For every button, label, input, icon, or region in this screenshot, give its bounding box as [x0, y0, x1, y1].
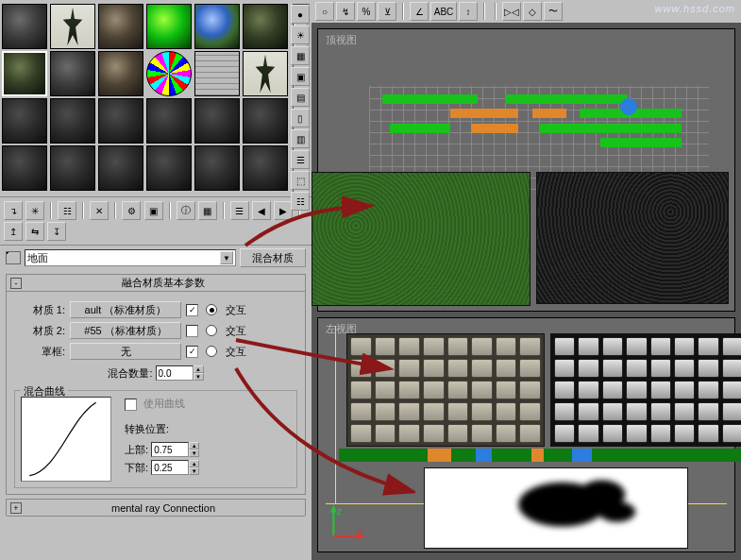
go-child-button[interactable]: ↧ [47, 222, 66, 241]
select-tool-icon[interactable]: ○ [315, 2, 334, 21]
collapse-icon[interactable]: - [10, 278, 22, 289]
mat1-enable-checkbox[interactable]: ✓ [186, 304, 198, 316]
material-swatch[interactable] [146, 51, 192, 96]
scene-strip [339, 449, 741, 462]
rollout-mentalray: + mental ray Connection [6, 499, 306, 516]
assign-material-button[interactable]: ✳ [25, 201, 44, 220]
material-name-value: 地面 [27, 251, 48, 265]
sample-sphere-icon[interactable]: ● [291, 5, 310, 24]
spinner-down[interactable]: ▼ [189, 467, 199, 475]
put-library-button[interactable]: ▣ [144, 201, 163, 220]
spinner-snap-icon[interactable]: ↕ [459, 2, 478, 21]
mix-curve-group: 混合曲线 使用曲线 转换位置: 上部: ▲▼ 下部: ▲▼ [14, 390, 297, 488]
material-swatch[interactable] [2, 145, 47, 191]
go-parent-button[interactable]: ↥ [4, 222, 23, 241]
mix-amount-input[interactable] [156, 365, 194, 381]
material-name-combo[interactable]: 地面 ▼ [25, 249, 236, 266]
mask-slot-button[interactable]: 无 [70, 343, 181, 360]
mat2-slot-button[interactable]: #55 （标准材质） [70, 322, 181, 339]
put-scene-button[interactable]: ☷ [58, 201, 76, 220]
sample-select-icon[interactable]: ⬚ [291, 171, 310, 190]
material-swatch-area [0, 0, 312, 195]
material-swatch[interactable] [50, 145, 95, 191]
material-swatch[interactable] [243, 4, 288, 49]
sample-backlight-icon[interactable]: ☀ [291, 25, 310, 44]
mat1-slot-button[interactable]: ault （标准材质） [70, 301, 181, 318]
angle-snap-icon[interactable]: ∠ [410, 2, 429, 21]
material-swatch[interactable] [2, 98, 47, 144]
material-swatch[interactable] [194, 4, 240, 49]
material-swatch-selected[interactable] [2, 51, 47, 96]
material-swatch[interactable] [2, 4, 47, 49]
nav-prev-button[interactable]: ◀ [252, 201, 271, 220]
mask-interactive-radio[interactable] [206, 346, 217, 357]
mix-amount-label: 混合数量: [108, 367, 152, 379]
material-swatch[interactable] [243, 51, 288, 96]
material-swatch[interactable] [98, 145, 143, 191]
material-swatch[interactable] [98, 4, 143, 49]
mat1-label: 材质 1: [14, 303, 65, 317]
material-effect-button[interactable]: ⓘ [177, 201, 195, 220]
spinner-down[interactable]: ▼ [194, 373, 204, 381]
sample-cyl-icon[interactable]: ▯ [291, 109, 310, 127]
link-tool-icon[interactable]: ↯ [336, 2, 355, 21]
sample-options-icon[interactable]: ☰ [291, 150, 310, 169]
mat2-enable-checkbox[interactable] [186, 325, 198, 337]
spinner-up[interactable]: ▲ [189, 460, 199, 467]
go-sibling-button[interactable]: ⇆ [25, 222, 44, 241]
pick-material-icon[interactable] [6, 251, 21, 264]
abc-snap-icon[interactable]: ABC [430, 2, 457, 21]
sample-material-icon[interactable]: ☷ [291, 192, 310, 211]
transition-label: 转换位置: [125, 422, 199, 436]
spinner-up[interactable]: ▲ [189, 442, 199, 450]
upper-input[interactable] [151, 442, 189, 457]
nav-next-button[interactable]: ▶ [274, 201, 293, 220]
rollout-blend-params: - 融合材质基本参数 材质 1: ault （标准材质） ✓ 交互 材质 2: … [6, 274, 306, 495]
sample-video-icon[interactable]: ▥ [291, 129, 310, 148]
mix-curve-preview [21, 397, 111, 482]
use-curve-checkbox[interactable] [125, 399, 137, 411]
material-swatch[interactable] [194, 98, 240, 144]
lower-input[interactable] [151, 460, 189, 475]
show-end-button[interactable]: ☰ [230, 201, 249, 220]
magnet-snap-icon[interactable]: ⊻ [378, 2, 396, 21]
material-swatch[interactable] [98, 51, 143, 96]
material-swatch[interactable] [194, 51, 240, 96]
mat2-interactive-radio[interactable] [206, 325, 217, 336]
material-swatch[interactable] [98, 98, 143, 144]
material-swatch[interactable] [146, 98, 192, 144]
material-swatch[interactable] [243, 98, 288, 144]
sample-cube-icon[interactable]: ▣ [291, 67, 310, 86]
rollout-header[interactable]: + mental ray Connection [7, 500, 305, 517]
material-swatch[interactable] [146, 4, 192, 49]
mask-enable-checkbox[interactable]: ✓ [186, 346, 198, 358]
make-unique-button[interactable]: ⚙ [122, 201, 141, 220]
spinner-down[interactable]: ▼ [189, 450, 199, 457]
spinner-up[interactable]: ▲ [194, 365, 204, 373]
percent-snap-icon[interactable]: % [357, 2, 376, 21]
material-type-button[interactable]: 混合材质 [240, 248, 306, 267]
svg-text:x: x [358, 525, 363, 536]
mirror-icon[interactable]: ▷◁ [502, 2, 521, 21]
material-swatch[interactable] [194, 145, 240, 191]
sample-checker-icon[interactable]: ▦ [291, 46, 310, 65]
sample-uv-icon[interactable]: ▤ [291, 88, 310, 107]
material-swatch[interactable] [50, 4, 95, 49]
material-swatch[interactable] [50, 51, 95, 96]
preview-grass-color [312, 172, 530, 306]
material-swatch[interactable] [50, 98, 95, 144]
rollout-header[interactable]: - 融合材质基本参数 [7, 275, 305, 292]
chevron-down-icon[interactable]: ▼ [220, 251, 233, 264]
show-map-button[interactable]: ▦ [198, 201, 217, 220]
get-material-button[interactable]: ↴ [4, 201, 23, 220]
axis-gizmo-icon: z x [328, 502, 367, 542]
preview-mask [424, 467, 688, 549]
mat1-interactive-radio[interactable] [206, 304, 217, 315]
eraser-icon[interactable]: ◇ [523, 2, 542, 21]
material-swatch[interactable] [146, 145, 192, 191]
material-swatch[interactable] [243, 145, 288, 191]
delete-button[interactable]: ✕ [90, 201, 109, 220]
expand-icon[interactable]: + [10, 502, 22, 514]
viewport-side[interactable]: 左视图 z x [317, 317, 735, 552]
stroke-icon[interactable]: 〜 [544, 2, 563, 21]
